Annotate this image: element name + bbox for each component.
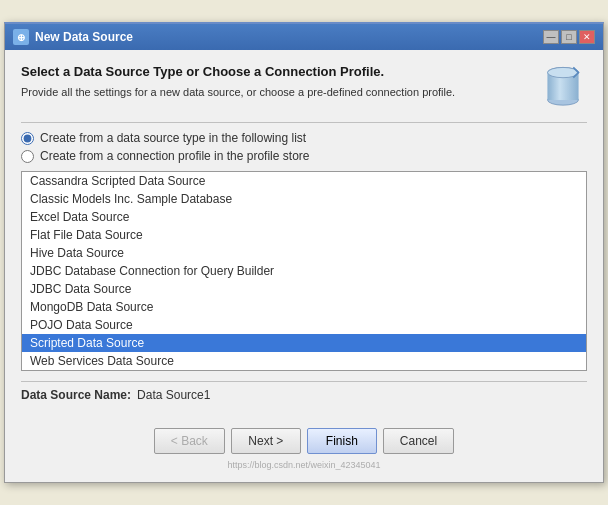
watermark: https://blog.csdn.net/weixin_42345041: [21, 458, 587, 470]
header-description: Provide all the settings for a new data …: [21, 85, 529, 100]
title-bar: ⊕ New Data Source — □ ✕: [5, 24, 603, 50]
radio-profile-input[interactable]: [21, 150, 34, 163]
datasource-name-value: Data Source1: [137, 388, 210, 402]
minimize-button[interactable]: —: [543, 30, 559, 44]
separator: [21, 122, 587, 123]
window-title: New Data Source: [35, 30, 133, 44]
list-item[interactable]: XML Data Source: [22, 370, 586, 371]
list-item[interactable]: Excel Data Source: [22, 208, 586, 226]
radio-profile-label: Create from a connection profile in the …: [40, 149, 309, 163]
window-icon: ⊕: [13, 29, 29, 45]
radio-list-input[interactable]: [21, 132, 34, 145]
maximize-button[interactable]: □: [561, 30, 577, 44]
datasource-list[interactable]: Cassandra Scripted Data SourceClassic Mo…: [21, 171, 587, 371]
radio-option-list[interactable]: Create from a data source type in the fo…: [21, 131, 587, 145]
list-item[interactable]: JDBC Data Source: [22, 280, 586, 298]
close-button[interactable]: ✕: [579, 30, 595, 44]
radio-list-label: Create from a data source type in the fo…: [40, 131, 306, 145]
finish-button[interactable]: Finish: [307, 428, 377, 454]
title-controls: — □ ✕: [543, 30, 595, 44]
list-item[interactable]: JDBC Database Connection for Query Build…: [22, 262, 586, 280]
button-row: < Back Next > Finish Cancel: [21, 422, 587, 458]
datasource-name-row: Data Source Name: Data Source1: [21, 381, 587, 408]
header-area: Select a Data Source Type or Choose a Co…: [21, 64, 587, 112]
list-item[interactable]: POJO Data Source: [22, 316, 586, 334]
back-button[interactable]: < Back: [154, 428, 225, 454]
radio-group: Create from a data source type in the fo…: [21, 131, 587, 163]
datasource-name-label: Data Source Name:: [21, 388, 131, 402]
new-datasource-dialog: ⊕ New Data Source — □ ✕ Select a Data So…: [4, 22, 604, 483]
database-icon: [539, 64, 587, 112]
header-text: Select a Data Source Type or Choose a Co…: [21, 64, 529, 100]
dialog-content: Select a Data Source Type or Choose a Co…: [5, 50, 603, 482]
header-title: Select a Data Source Type or Choose a Co…: [21, 64, 529, 79]
list-item[interactable]: Hive Data Source: [22, 244, 586, 262]
list-item[interactable]: Scripted Data Source: [22, 334, 586, 352]
list-item[interactable]: Flat File Data Source: [22, 226, 586, 244]
list-item[interactable]: Cassandra Scripted Data Source: [22, 172, 586, 190]
list-item[interactable]: MongoDB Data Source: [22, 298, 586, 316]
next-button[interactable]: Next >: [231, 428, 301, 454]
title-bar-left: ⊕ New Data Source: [13, 29, 133, 45]
list-item[interactable]: Web Services Data Source: [22, 352, 586, 370]
list-item[interactable]: Classic Models Inc. Sample Database: [22, 190, 586, 208]
cancel-button[interactable]: Cancel: [383, 428, 454, 454]
radio-option-profile[interactable]: Create from a connection profile in the …: [21, 149, 587, 163]
